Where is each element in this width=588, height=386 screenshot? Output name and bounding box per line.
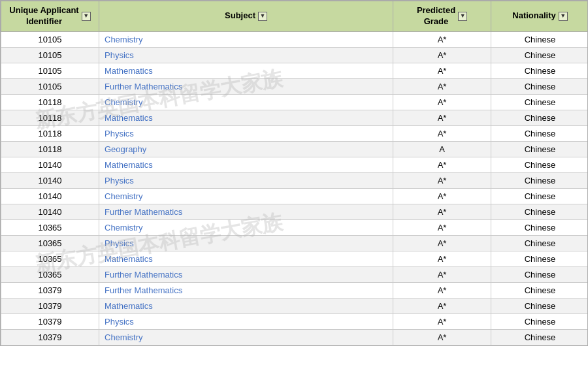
cell-id: 10105 bbox=[1, 78, 99, 94]
cell-grade: A* bbox=[393, 235, 491, 251]
cell-id: 10365 bbox=[1, 251, 99, 266]
cell-subject: Physics bbox=[99, 314, 393, 329]
cell-id: 10365 bbox=[1, 235, 99, 251]
cell-nationality: Chinese bbox=[491, 329, 589, 345]
cell-subject: Mathematics bbox=[99, 110, 393, 125]
table-header-row: Unique ApplicantIdentifier ▼ Subject ▼ P… bbox=[1, 1, 589, 32]
table-row: 10379PhysicsA*Chinese bbox=[1, 314, 589, 329]
cell-id: 10379 bbox=[1, 314, 99, 329]
cell-nationality: Chinese bbox=[491, 235, 589, 251]
table-row: 10105MathematicsA*Chinese bbox=[1, 63, 589, 78]
cell-grade: A* bbox=[393, 251, 491, 266]
cell-grade: A* bbox=[393, 31, 491, 47]
cell-id: 10379 bbox=[1, 298, 99, 314]
cell-id: 10140 bbox=[1, 157, 99, 172]
cell-id: 10379 bbox=[1, 282, 99, 298]
cell-nationality: Chinese bbox=[491, 141, 589, 157]
table-row: 10105ChemistryA*Chinese bbox=[1, 31, 589, 47]
cell-id: 10118 bbox=[1, 110, 99, 125]
cell-id: 10118 bbox=[1, 94, 99, 110]
table-row: 10105Further MathematicsA*Chinese bbox=[1, 78, 589, 94]
cell-subject: Further Mathematics bbox=[99, 266, 393, 282]
data-table: 新东方英国本科留学大家族 新东方英国本科留学大家族 Unique Applica… bbox=[0, 0, 588, 346]
cell-subject: Further Mathematics bbox=[99, 204, 393, 219]
cell-grade: A* bbox=[393, 47, 491, 63]
cell-id: 10118 bbox=[1, 141, 99, 157]
cell-subject: Further Mathematics bbox=[99, 282, 393, 298]
cell-nationality: Chinese bbox=[491, 125, 589, 141]
table-row: 10379Further MathematicsA*Chinese bbox=[1, 282, 589, 298]
table-row: 10140PhysicsA*Chinese bbox=[1, 172, 589, 188]
cell-subject: Chemistry bbox=[99, 94, 393, 110]
header-grade-label: PredictedGrade bbox=[417, 5, 455, 27]
cell-subject: Mathematics bbox=[99, 157, 393, 172]
cell-grade: A bbox=[393, 141, 491, 157]
cell-id: 10105 bbox=[1, 63, 99, 78]
cell-grade: A* bbox=[393, 314, 491, 329]
cell-grade: A* bbox=[393, 172, 491, 188]
table-row: 10379MathematicsA*Chinese bbox=[1, 298, 589, 314]
cell-subject: Mathematics bbox=[99, 251, 393, 266]
cell-grade: A* bbox=[393, 298, 491, 314]
cell-id: 10379 bbox=[1, 329, 99, 345]
cell-nationality: Chinese bbox=[491, 219, 589, 235]
table-row: 10140MathematicsA*Chinese bbox=[1, 157, 589, 172]
table-row: 10365ChemistryA*Chinese bbox=[1, 219, 589, 235]
cell-id: 10365 bbox=[1, 219, 99, 235]
cell-subject: Physics bbox=[99, 125, 393, 141]
table-row: 10379ChemistryA*Chinese bbox=[1, 329, 589, 345]
header-grade: PredictedGrade ▼ bbox=[393, 1, 491, 32]
cell-subject: Physics bbox=[99, 235, 393, 251]
cell-id: 10140 bbox=[1, 188, 99, 204]
cell-grade: A* bbox=[393, 94, 491, 110]
cell-grade: A* bbox=[393, 188, 491, 204]
cell-id: 10140 bbox=[1, 172, 99, 188]
cell-grade: A* bbox=[393, 125, 491, 141]
header-nationality-label: Nationality bbox=[512, 10, 555, 22]
cell-subject: Physics bbox=[99, 172, 393, 188]
table-row: 10118MathematicsA*Chinese bbox=[1, 110, 589, 125]
table-row: 10140Further MathematicsA*Chinese bbox=[1, 204, 589, 219]
cell-grade: A* bbox=[393, 219, 491, 235]
cell-nationality: Chinese bbox=[491, 172, 589, 188]
cell-subject: Chemistry bbox=[99, 31, 393, 47]
cell-nationality: Chinese bbox=[491, 47, 589, 63]
cell-nationality: Chinese bbox=[491, 157, 589, 172]
header-nationality: Nationality ▼ bbox=[491, 1, 589, 32]
cell-grade: A* bbox=[393, 157, 491, 172]
cell-id: 10365 bbox=[1, 266, 99, 282]
table-row: 10365MathematicsA*Chinese bbox=[1, 251, 589, 266]
cell-subject: Mathematics bbox=[99, 63, 393, 78]
header-id-label: Unique ApplicantIdentifier bbox=[9, 5, 78, 27]
table-row: 10105PhysicsA*Chinese bbox=[1, 47, 589, 63]
cell-id: 10105 bbox=[1, 47, 99, 63]
cell-nationality: Chinese bbox=[491, 266, 589, 282]
cell-nationality: Chinese bbox=[491, 31, 589, 47]
cell-nationality: Chinese bbox=[491, 63, 589, 78]
filter-nationality-button[interactable]: ▼ bbox=[559, 12, 568, 21]
filter-grade-button[interactable]: ▼ bbox=[458, 12, 467, 21]
header-subject-label: Subject bbox=[225, 10, 255, 22]
cell-grade: A* bbox=[393, 204, 491, 219]
cell-nationality: Chinese bbox=[491, 298, 589, 314]
cell-nationality: Chinese bbox=[491, 204, 589, 219]
table-row: 10118GeographyAChinese bbox=[1, 141, 589, 157]
cell-nationality: Chinese bbox=[491, 78, 589, 94]
cell-subject: Chemistry bbox=[99, 219, 393, 235]
cell-grade: A* bbox=[393, 78, 491, 94]
cell-grade: A* bbox=[393, 63, 491, 78]
cell-id: 10105 bbox=[1, 31, 99, 47]
filter-subject-button[interactable]: ▼ bbox=[258, 12, 267, 21]
cell-subject: Chemistry bbox=[99, 188, 393, 204]
cell-nationality: Chinese bbox=[491, 251, 589, 266]
table-row: 10365Further MathematicsA*Chinese bbox=[1, 266, 589, 282]
cell-grade: A* bbox=[393, 282, 491, 298]
cell-subject: Physics bbox=[99, 47, 393, 63]
cell-subject: Further Mathematics bbox=[99, 78, 393, 94]
table-row: 10365PhysicsA*Chinese bbox=[1, 235, 589, 251]
cell-nationality: Chinese bbox=[491, 314, 589, 329]
header-id: Unique ApplicantIdentifier ▼ bbox=[1, 1, 99, 32]
cell-subject: Mathematics bbox=[99, 298, 393, 314]
header-subject: Subject ▼ bbox=[99, 1, 393, 32]
filter-id-button[interactable]: ▼ bbox=[82, 12, 91, 21]
